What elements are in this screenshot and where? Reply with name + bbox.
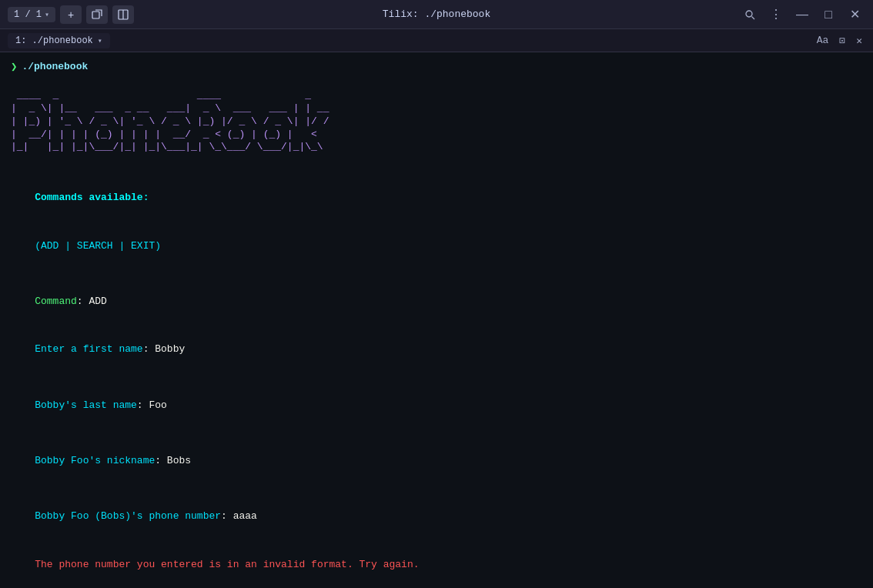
ascii-art: ____ _ ____ _ | _ \| |__ ___ _ __ ___| _… <box>11 76 862 154</box>
add-tab-button[interactable]: + <box>60 5 82 24</box>
titlebar: 1 / 1 ▾ + Tilix: ./phonebook ⋮ — □ <box>0 0 873 29</box>
minimize-button[interactable]: — <box>791 5 813 24</box>
commands-list-line: (ADD | SEARCH | EXIT) <box>11 222 862 270</box>
maximize-button[interactable]: □ <box>818 5 839 24</box>
sessionbar: 1: ./phonebook ▾ Aa ⊡ ✕ <box>0 29 873 52</box>
session-tab[interactable]: 1: ./phonebook ▾ <box>8 33 110 48</box>
svg-line-4 <box>752 16 755 19</box>
terminal[interactable]: ❯ ./phonebook ____ _ ____ _ | _ \| |__ _… <box>0 52 873 588</box>
commands-available-label: Commands available: <box>35 192 149 203</box>
detach-icon <box>92 9 102 20</box>
close-button[interactable]: ✕ <box>844 5 865 24</box>
detach-button[interactable] <box>86 5 108 24</box>
svg-point-3 <box>746 11 752 17</box>
session-tab-label: 1: ./phonebook <box>15 35 93 46</box>
tab-dropdown-arrow[interactable]: ▾ <box>45 10 49 19</box>
titlebar-left: 1 / 1 ▾ + <box>8 5 222 24</box>
tab-indicator[interactable]: 1 / 1 ▾ <box>8 7 55 22</box>
prompt-line: ❯ ./phonebook <box>11 60 862 73</box>
svg-rect-0 <box>92 12 99 18</box>
commands-available-line: Commands available: <box>11 174 862 222</box>
search-icon <box>744 9 755 20</box>
commands-list: (ADD | SEARCH | EXIT) <box>35 240 161 252</box>
enter-first-name-line: Enter a first name: Bobby <box>11 326 862 374</box>
tab-number: 1 / 1 <box>14 9 42 20</box>
nickname-label: Bobby Foo's nickname <box>35 455 155 466</box>
last-name-line: Bobby's last name: Foo <box>11 382 862 429</box>
split-button[interactable] <box>112 5 134 24</box>
session-tab-arrow[interactable]: ▾ <box>98 36 102 45</box>
expand-icon[interactable]: ⊡ <box>836 33 848 48</box>
window-title: Tilix: ./phonebook <box>222 8 651 20</box>
first-name-label: Enter a first name <box>35 343 142 355</box>
command-label-1: Command <box>35 296 77 307</box>
command-add-line: Command: ADD <box>11 278 862 326</box>
search-button[interactable] <box>739 5 761 24</box>
nickname-line: Bobby Foo's nickname: Bobs <box>11 437 862 485</box>
menu-button[interactable]: ⋮ <box>765 5 787 24</box>
error-line: The phone number you entered is in an in… <box>11 541 862 588</box>
prompt-path: ./phonebook <box>22 61 88 72</box>
titlebar-right: ⋮ — □ ✕ <box>651 5 866 24</box>
phone-label-1: Bobby Foo (Bobs)'s phone number <box>35 510 221 522</box>
session-close-icon[interactable]: ✕ <box>853 33 865 48</box>
error-message: The phone number you entered is in an in… <box>35 559 419 570</box>
split-icon <box>118 9 129 20</box>
prompt-arrow: ❯ <box>11 60 17 73</box>
last-name-label: Bobby's last name <box>35 399 137 411</box>
phone-invalid-line: Bobby Foo (Bobs)'s phone number: aaaa <box>11 493 862 541</box>
font-size-icon[interactable]: Aa <box>814 33 832 48</box>
sessionbar-actions: Aa ⊡ ✕ <box>814 33 865 48</box>
